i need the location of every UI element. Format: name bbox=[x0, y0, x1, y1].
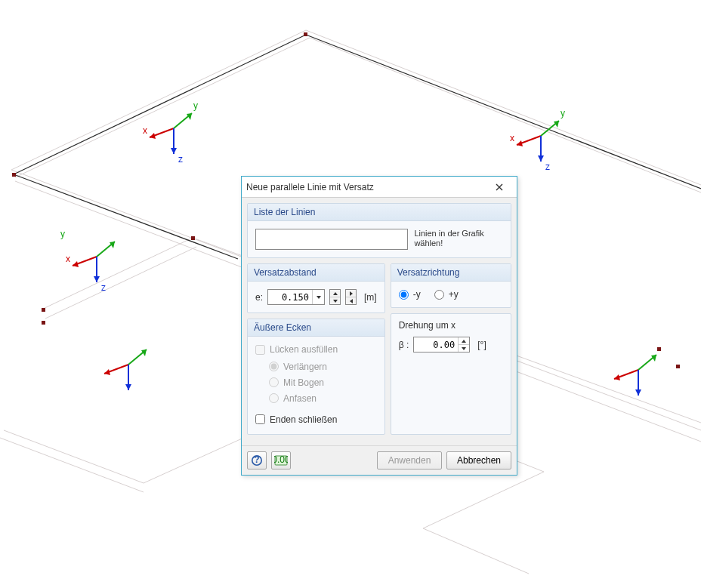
axis-z-label-1: z bbox=[178, 154, 183, 165]
close-ends-label: Enden schließen bbox=[270, 414, 337, 425]
offset-value-combo[interactable] bbox=[267, 289, 325, 305]
axis-x-label-2: x bbox=[510, 133, 514, 143]
offset-value-input[interactable] bbox=[268, 290, 312, 304]
rotation-label: β : bbox=[399, 340, 409, 350]
offset-step-right[interactable] bbox=[346, 290, 356, 297]
svg-line-12 bbox=[423, 472, 544, 528]
group-outer-corners: Äußere Ecken Lücken ausfüllen Verlängern bbox=[247, 319, 385, 435]
cancel-button[interactable]: Abbrechen bbox=[446, 451, 511, 469]
svg-line-9 bbox=[4, 430, 144, 483]
offset-spin-down[interactable] bbox=[330, 297, 340, 304]
dir-neg-y-radio[interactable] bbox=[399, 290, 409, 300]
opt-arc-label: Mit Bogen bbox=[283, 377, 324, 388]
svg-rect-20 bbox=[191, 236, 195, 240]
svg-rect-19 bbox=[12, 173, 16, 177]
svg-line-13 bbox=[423, 528, 529, 574]
units-button[interactable]: 0.00 bbox=[271, 451, 291, 469]
fill-gaps-checkbox[interactable] bbox=[255, 345, 265, 355]
group-rotation: Drehung um x β : [°] bbox=[391, 313, 511, 435]
axis-z-label-3: z bbox=[101, 282, 106, 293]
opt-chamfer-radio bbox=[269, 393, 279, 403]
axis-x-label-3: x bbox=[66, 254, 70, 264]
dir-pos-y-label: +y bbox=[449, 289, 459, 300]
group-offset-direction: Versatzrichtung -y +y bbox=[391, 263, 511, 308]
rotation-spin-down[interactable] bbox=[459, 344, 469, 352]
svg-rect-18 bbox=[304, 32, 307, 36]
svg-line-14 bbox=[0, 438, 144, 492]
offset-step[interactable] bbox=[345, 289, 357, 305]
group-line-list-title: Liste der Linien bbox=[248, 204, 511, 221]
dir-pos-y[interactable]: +y bbox=[434, 289, 459, 300]
axis-z-label-2: z bbox=[545, 162, 550, 172]
dialog-title: Neue parallele Linie mit Versatz bbox=[246, 182, 486, 192]
dialog-content: Liste der Linien Linien in der Grafik wä… bbox=[242, 198, 517, 445]
close-button[interactable] bbox=[486, 179, 512, 195]
svg-text:?: ? bbox=[254, 454, 259, 465]
help-button[interactable]: ? bbox=[247, 451, 267, 469]
svg-line-1 bbox=[15, 38, 310, 177]
group-line-list: Liste der Linien Linien in der Grafik wä… bbox=[247, 203, 511, 258]
axis-x-label-1: x bbox=[143, 125, 147, 136]
axis-y-label-1: y bbox=[193, 100, 198, 111]
cancel-button-label: Abbrechen bbox=[457, 455, 501, 466]
opt-chamfer-label: Anfasen bbox=[283, 393, 317, 404]
svg-line-0 bbox=[11, 30, 306, 170]
group-offset-distance: Versatzabstand e: bbox=[247, 263, 385, 313]
opt-arc: Mit Bogen bbox=[269, 377, 377, 388]
fill-gaps-check[interactable]: Lücken ausfüllen bbox=[255, 344, 338, 355]
svg-line-2 bbox=[306, 30, 701, 185]
group-offset-direction-title: Versatzrichtung bbox=[391, 264, 511, 282]
svg-line-17 bbox=[14, 174, 238, 259]
svg-line-3 bbox=[310, 38, 701, 192]
offset-spin-up[interactable] bbox=[330, 290, 340, 297]
close-ends-check[interactable]: Enden schließen bbox=[255, 414, 337, 425]
dir-pos-y-radio[interactable] bbox=[434, 290, 444, 300]
opt-arc-radio bbox=[269, 377, 279, 387]
offset-label: e: bbox=[255, 292, 263, 303]
svg-rect-24 bbox=[676, 365, 680, 368]
dir-neg-y-label: -y bbox=[413, 289, 421, 300]
opt-extend-radio bbox=[269, 362, 279, 371]
rotation-value-input[interactable] bbox=[414, 337, 458, 352]
opt-chamfer: Anfasen bbox=[269, 393, 377, 404]
dialog-button-bar: ? 0.00 Anwenden Abbrechen bbox=[242, 445, 517, 475]
opt-extend-label: Verlängern bbox=[283, 362, 327, 372]
rotation-unit: [°] bbox=[477, 340, 486, 350]
rotation-value-box[interactable] bbox=[413, 337, 470, 352]
svg-line-16 bbox=[14, 35, 306, 174]
opt-extend: Verlängern bbox=[269, 362, 377, 372]
offset-spin[interactable] bbox=[329, 289, 341, 305]
svg-line-6 bbox=[42, 238, 193, 309]
parallel-line-offset-dialog: Neue parallele Linie mit Versatz Liste d… bbox=[241, 176, 517, 476]
line-list-input[interactable] bbox=[255, 229, 408, 250]
dialog-titlebar[interactable]: Neue parallele Linie mit Versatz bbox=[242, 177, 517, 198]
svg-rect-21 bbox=[42, 308, 45, 312]
svg-rect-23 bbox=[657, 347, 661, 351]
offset-dropdown-icon[interactable] bbox=[312, 290, 324, 304]
svg-rect-22 bbox=[42, 321, 45, 325]
group-offset-distance-title: Versatzabstand bbox=[248, 264, 384, 282]
axis-y-label-2: y bbox=[560, 108, 565, 119]
fill-gaps-label: Lücken ausfüllen bbox=[270, 344, 338, 355]
group-outer-corners-title: Äußere Ecken bbox=[248, 319, 384, 337]
line-list-hint: Linien in der Grafik wählen! bbox=[414, 229, 503, 248]
offset-unit: [m] bbox=[364, 292, 377, 303]
svg-text:0.00: 0.00 bbox=[274, 455, 288, 465]
close-ends-checkbox[interactable] bbox=[255, 414, 265, 424]
rotation-title: Drehung um x bbox=[399, 320, 503, 331]
apply-button-label: Anwenden bbox=[388, 455, 431, 466]
dir-neg-y[interactable]: -y bbox=[399, 289, 421, 300]
offset-step-left[interactable] bbox=[346, 297, 356, 304]
apply-button[interactable]: Anwenden bbox=[377, 451, 442, 469]
svg-line-15 bbox=[306, 35, 701, 189]
axis-y-label-3: y bbox=[60, 229, 65, 239]
rotation-spin-up[interactable] bbox=[459, 337, 469, 344]
